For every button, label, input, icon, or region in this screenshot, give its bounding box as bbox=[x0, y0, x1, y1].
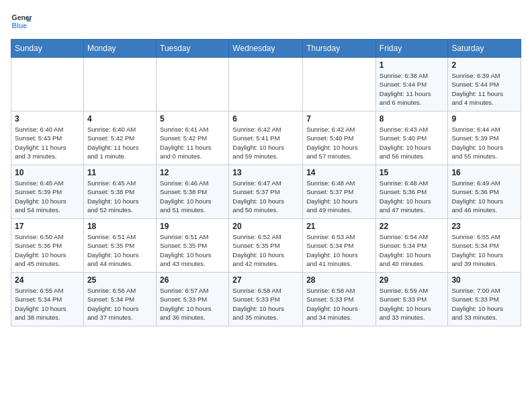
day-number: 25 bbox=[87, 275, 152, 285]
day-number: 20 bbox=[232, 222, 299, 231]
calendar-cell: 13Sunrise: 6:47 AM Sunset: 5:37 PM Dayli… bbox=[229, 165, 303, 219]
day-number: 6 bbox=[232, 114, 299, 124]
day-info: Sunrise: 6:52 AM Sunset: 5:35 PM Dayligh… bbox=[232, 232, 299, 268]
day-info: Sunrise: 6:45 AM Sunset: 5:38 PM Dayligh… bbox=[87, 179, 152, 214]
page-header: General Blue bbox=[11, 11, 521, 32]
day-number: 3 bbox=[15, 114, 80, 124]
weekday-header-monday: Monday bbox=[83, 40, 156, 58]
day-info: Sunrise: 6:53 AM Sunset: 5:34 PM Dayligh… bbox=[306, 232, 372, 268]
weekday-header-thursday: Thursday bbox=[303, 40, 376, 58]
day-number: 28 bbox=[306, 275, 372, 285]
day-number: 13 bbox=[232, 168, 299, 177]
calendar-cell: 11Sunrise: 6:45 AM Sunset: 5:38 PM Dayli… bbox=[83, 165, 156, 219]
calendar-cell: 29Sunrise: 6:59 AM Sunset: 5:33 PM Dayli… bbox=[375, 273, 448, 326]
day-number: 11 bbox=[87, 168, 152, 177]
weekday-header-wednesday: Wednesday bbox=[229, 40, 303, 58]
day-info: Sunrise: 6:51 AM Sunset: 5:35 PM Dayligh… bbox=[87, 232, 152, 268]
day-info: Sunrise: 6:55 AM Sunset: 5:34 PM Dayligh… bbox=[15, 286, 80, 322]
day-number: 23 bbox=[451, 222, 517, 231]
day-number: 16 bbox=[451, 168, 517, 177]
day-number: 30 bbox=[451, 275, 517, 285]
calendar-cell: 21Sunrise: 6:53 AM Sunset: 5:34 PM Dayli… bbox=[303, 219, 376, 273]
week-row-1: 1Sunrise: 6:38 AM Sunset: 5:44 PM Daylig… bbox=[11, 58, 521, 111]
calendar-table: SundayMondayTuesdayWednesdayThursdayFrid… bbox=[11, 39, 521, 326]
calendar-cell bbox=[11, 58, 84, 111]
svg-text:Blue: Blue bbox=[12, 22, 28, 30]
calendar-cell: 18Sunrise: 6:51 AM Sunset: 5:35 PM Dayli… bbox=[83, 219, 156, 273]
day-number: 14 bbox=[306, 168, 372, 177]
day-info: Sunrise: 6:39 AM Sunset: 5:44 PM Dayligh… bbox=[451, 71, 517, 107]
day-number: 26 bbox=[160, 275, 225, 285]
calendar-cell: 28Sunrise: 6:58 AM Sunset: 5:33 PM Dayli… bbox=[303, 273, 376, 326]
calendar-cell bbox=[83, 58, 156, 111]
day-info: Sunrise: 7:00 AM Sunset: 5:33 PM Dayligh… bbox=[451, 286, 517, 322]
day-number: 8 bbox=[380, 114, 445, 124]
day-info: Sunrise: 6:57 AM Sunset: 5:33 PM Dayligh… bbox=[160, 286, 225, 322]
day-number: 15 bbox=[380, 168, 445, 177]
day-number: 21 bbox=[306, 222, 372, 231]
calendar-cell: 9Sunrise: 6:44 AM Sunset: 5:39 PM Daylig… bbox=[448, 111, 521, 165]
day-info: Sunrise: 6:42 AM Sunset: 5:41 PM Dayligh… bbox=[232, 125, 299, 161]
day-info: Sunrise: 6:56 AM Sunset: 5:34 PM Dayligh… bbox=[87, 286, 152, 322]
day-number: 17 bbox=[15, 222, 80, 231]
calendar-cell: 2Sunrise: 6:39 AM Sunset: 5:44 PM Daylig… bbox=[448, 58, 521, 111]
week-row-4: 17Sunrise: 6:50 AM Sunset: 5:36 PM Dayli… bbox=[11, 219, 521, 273]
calendar-cell bbox=[303, 58, 376, 111]
day-info: Sunrise: 6:46 AM Sunset: 5:38 PM Dayligh… bbox=[160, 179, 225, 214]
logo-icon: General Blue bbox=[11, 11, 32, 32]
calendar-cell: 17Sunrise: 6:50 AM Sunset: 5:36 PM Dayli… bbox=[11, 219, 84, 273]
day-info: Sunrise: 6:58 AM Sunset: 5:33 PM Dayligh… bbox=[232, 286, 299, 322]
calendar-cell: 12Sunrise: 6:46 AM Sunset: 5:38 PM Dayli… bbox=[157, 165, 229, 219]
day-info: Sunrise: 6:47 AM Sunset: 5:37 PM Dayligh… bbox=[232, 179, 299, 214]
calendar-cell: 10Sunrise: 6:45 AM Sunset: 5:39 PM Dayli… bbox=[11, 165, 84, 219]
logo: General Blue bbox=[11, 11, 32, 32]
weekday-header-sunday: Sunday bbox=[11, 40, 84, 58]
day-info: Sunrise: 6:41 AM Sunset: 5:42 PM Dayligh… bbox=[160, 125, 225, 161]
day-info: Sunrise: 6:55 AM Sunset: 5:34 PM Dayligh… bbox=[451, 232, 517, 268]
day-info: Sunrise: 6:50 AM Sunset: 5:36 PM Dayligh… bbox=[15, 232, 80, 268]
calendar-cell: 8Sunrise: 6:43 AM Sunset: 5:40 PM Daylig… bbox=[375, 111, 448, 165]
calendar-cell: 20Sunrise: 6:52 AM Sunset: 5:35 PM Dayli… bbox=[229, 219, 303, 273]
day-number: 2 bbox=[451, 60, 517, 70]
weekday-header-friday: Friday bbox=[375, 40, 448, 58]
calendar-cell: 27Sunrise: 6:58 AM Sunset: 5:33 PM Dayli… bbox=[229, 273, 303, 326]
day-info: Sunrise: 6:38 AM Sunset: 5:44 PM Dayligh… bbox=[380, 71, 445, 107]
day-number: 27 bbox=[232, 275, 299, 285]
week-row-5: 24Sunrise: 6:55 AM Sunset: 5:34 PM Dayli… bbox=[11, 273, 521, 326]
day-info: Sunrise: 6:44 AM Sunset: 5:39 PM Dayligh… bbox=[451, 125, 517, 161]
day-number: 18 bbox=[87, 222, 152, 231]
day-number: 1 bbox=[380, 60, 445, 70]
calendar-cell: 1Sunrise: 6:38 AM Sunset: 5:44 PM Daylig… bbox=[375, 58, 448, 111]
day-info: Sunrise: 6:43 AM Sunset: 5:40 PM Dayligh… bbox=[380, 125, 445, 161]
day-number: 5 bbox=[160, 114, 225, 124]
weekday-header-saturday: Saturday bbox=[448, 40, 521, 58]
calendar-cell: 16Sunrise: 6:49 AM Sunset: 5:36 PM Dayli… bbox=[448, 165, 521, 219]
calendar-cell: 25Sunrise: 6:56 AM Sunset: 5:34 PM Dayli… bbox=[83, 273, 156, 326]
calendar-cell: 24Sunrise: 6:55 AM Sunset: 5:34 PM Dayli… bbox=[11, 273, 84, 326]
calendar-cell: 3Sunrise: 6:40 AM Sunset: 5:43 PM Daylig… bbox=[11, 111, 84, 165]
calendar-cell: 30Sunrise: 7:00 AM Sunset: 5:33 PM Dayli… bbox=[448, 273, 521, 326]
day-number: 7 bbox=[306, 114, 372, 124]
day-info: Sunrise: 6:48 AM Sunset: 5:37 PM Dayligh… bbox=[306, 179, 372, 214]
week-row-3: 10Sunrise: 6:45 AM Sunset: 5:39 PM Dayli… bbox=[11, 165, 521, 219]
day-info: Sunrise: 6:51 AM Sunset: 5:35 PM Dayligh… bbox=[160, 232, 225, 268]
day-info: Sunrise: 6:54 AM Sunset: 5:34 PM Dayligh… bbox=[380, 232, 445, 268]
calendar-cell: 15Sunrise: 6:48 AM Sunset: 5:36 PM Dayli… bbox=[375, 165, 448, 219]
day-number: 12 bbox=[160, 168, 225, 177]
day-info: Sunrise: 6:40 AM Sunset: 5:43 PM Dayligh… bbox=[15, 125, 80, 161]
day-number: 19 bbox=[160, 222, 225, 231]
day-info: Sunrise: 6:48 AM Sunset: 5:36 PM Dayligh… bbox=[380, 179, 445, 214]
calendar-cell: 14Sunrise: 6:48 AM Sunset: 5:37 PM Dayli… bbox=[303, 165, 376, 219]
calendar-cell: 4Sunrise: 6:40 AM Sunset: 5:42 PM Daylig… bbox=[83, 111, 156, 165]
calendar-cell: 6Sunrise: 6:42 AM Sunset: 5:41 PM Daylig… bbox=[229, 111, 303, 165]
day-info: Sunrise: 6:40 AM Sunset: 5:42 PM Dayligh… bbox=[87, 125, 152, 161]
day-info: Sunrise: 6:42 AM Sunset: 5:40 PM Dayligh… bbox=[306, 125, 372, 161]
day-number: 22 bbox=[380, 222, 445, 231]
day-info: Sunrise: 6:59 AM Sunset: 5:33 PM Dayligh… bbox=[380, 286, 445, 322]
calendar-cell bbox=[229, 58, 303, 111]
calendar-cell: 5Sunrise: 6:41 AM Sunset: 5:42 PM Daylig… bbox=[157, 111, 229, 165]
week-row-2: 3Sunrise: 6:40 AM Sunset: 5:43 PM Daylig… bbox=[11, 111, 521, 165]
day-number: 4 bbox=[87, 114, 152, 124]
calendar-cell: 22Sunrise: 6:54 AM Sunset: 5:34 PM Dayli… bbox=[375, 219, 448, 273]
calendar-cell bbox=[157, 58, 229, 111]
